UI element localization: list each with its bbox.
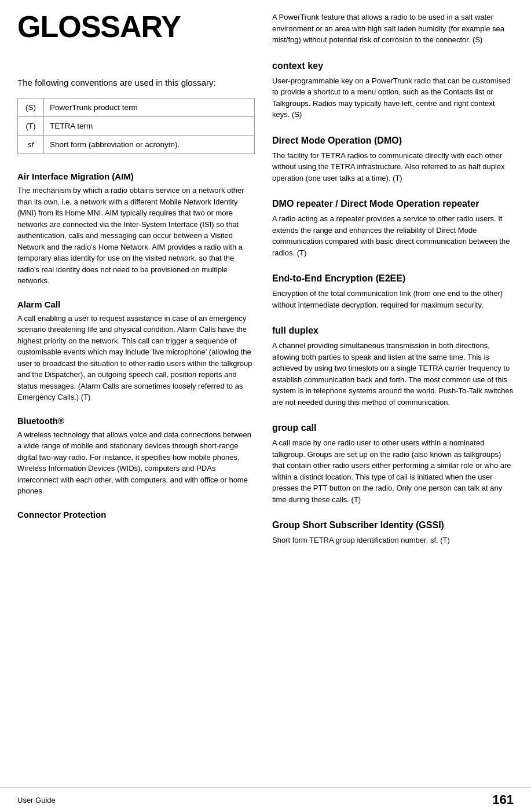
section-dmo-body: The facility for TETRA radios to communi… — [272, 150, 514, 184]
section-alarm-call-body: A call enabling a user to request assist… — [17, 313, 255, 403]
section-aim-heading: Air Interface Migration (AIM) — [17, 171, 255, 181]
section-dmo: Direct Mode Operation (DMO) The facility… — [272, 136, 514, 184]
table-cell-desc-s: PowerTrunk product term — [44, 98, 255, 117]
footer-page-number: 161 — [492, 792, 514, 807]
section-aim-body: The mechanism by which a radio obtains s… — [17, 185, 255, 287]
section-dmo-repeater-heading: DMO repeater / Direct Mode Operation rep… — [272, 199, 514, 209]
section-full-duplex-heading: full duplex — [272, 325, 514, 336]
section-dmo-heading: Direct Mode Operation (DMO) — [272, 136, 514, 146]
table-cell-code-sf: sf — [18, 136, 44, 154]
section-context-key-body: User-programmable key on a PowerTrunk ra… — [272, 75, 514, 120]
section-full-duplex-body: A channel providing simultaneous transmi… — [272, 340, 514, 408]
section-group-call: group call A call made by one radio user… — [272, 423, 514, 505]
table-cell-code-s: (S) — [18, 98, 44, 117]
section-full-duplex: full duplex A channel providing simultan… — [272, 325, 514, 408]
section-bluetooth-heading: Bluetooth® — [17, 416, 255, 426]
section-aim: Air Interface Migration (AIM) The mechan… — [17, 171, 255, 287]
footer-label: User Guide — [17, 796, 56, 804]
page: GLOSSARY The following conventions are u… — [0, 0, 531, 812]
section-group-call-body: A call made by one radio user to other u… — [272, 437, 514, 505]
table-cell-code-t: (T) — [18, 117, 44, 136]
table-cell-desc-sf: Short form (abbreviation or acronym). — [44, 136, 255, 154]
section-bluetooth-body: A wireless technology that allows voice … — [17, 429, 255, 497]
intro-text: The following conventions are used in th… — [17, 76, 255, 89]
left-column: GLOSSARY The following conventions are u… — [17, 12, 266, 764]
content-area: GLOSSARY The following conventions are u… — [0, 0, 531, 787]
section-dmo-repeater: DMO repeater / Direct Mode Operation rep… — [272, 199, 514, 258]
section-e2ee-body: Encryption of the total communication li… — [272, 288, 514, 310]
section-connector-protection-body: A PowerTrunk feature that allows a radio… — [272, 12, 514, 46]
section-dmo-repeater-body: A radio acting as a repeater provides a … — [272, 213, 514, 258]
section-connector-protection-body-block: A PowerTrunk feature that allows a radio… — [272, 12, 514, 46]
section-bluetooth: Bluetooth® A wireless technology that al… — [17, 416, 255, 497]
section-alarm-call-heading: Alarm Call — [17, 299, 255, 309]
table-cell-desc-t: TETRA term — [44, 117, 255, 136]
section-gssi-heading: Group Short Subscriber Identity (GSSI) — [272, 520, 514, 531]
section-gssi-body: Short form TETRA group identification nu… — [272, 535, 514, 546]
section-connector-protection: Connector Protection — [17, 510, 255, 520]
table-row: (T) TETRA term — [18, 117, 255, 136]
page-title: GLOSSARY — [17, 12, 255, 42]
section-e2ee: End-to-End Encryption (E2EE) Encryption … — [272, 273, 514, 310]
footer: User Guide 161 — [0, 787, 531, 812]
right-column: A PowerTrunk feature that allows a radio… — [266, 12, 514, 764]
section-context-key: context key User-programmable key on a P… — [272, 61, 514, 120]
section-connector-protection-heading: Connector Protection — [17, 510, 255, 520]
section-alarm-call: Alarm Call A call enabling a user to req… — [17, 299, 255, 403]
conventions-table: (S) PowerTrunk product term (T) TETRA te… — [17, 98, 255, 154]
section-e2ee-heading: End-to-End Encryption (E2EE) — [272, 273, 514, 284]
table-row: (S) PowerTrunk product term — [18, 98, 255, 117]
table-row: sf Short form (abbreviation or acronym). — [18, 136, 255, 154]
section-group-call-heading: group call — [272, 423, 514, 433]
section-gssi: Group Short Subscriber Identity (GSSI) S… — [272, 520, 514, 546]
section-context-key-heading: context key — [272, 61, 514, 71]
